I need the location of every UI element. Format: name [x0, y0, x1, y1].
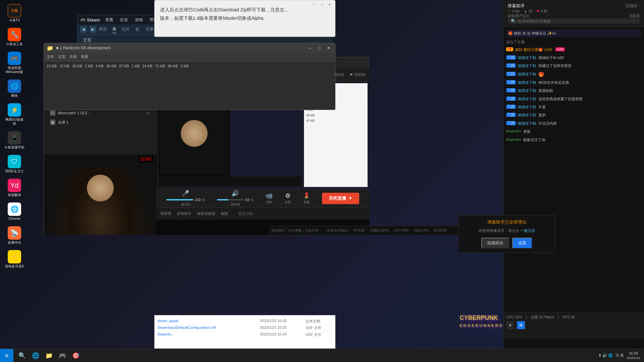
chat-msg-10: Angerten 来提	[506, 128, 641, 136]
chat-stats: ♡ 2.6w ▲ 10 ❤ 3.8k	[507, 9, 640, 13]
taskbar-target[interactable]: 🎯	[70, 350, 82, 362]
taskbar-chrome[interactable]: 🌐	[30, 350, 42, 362]
source-mc-icon: 🎮	[50, 110, 55, 116]
notification-controls: ─ □ ✕	[312, 2, 332, 8]
speaker-label: 扬声器	[231, 202, 240, 207]
chat-user-5: 狐狸送下粉	[518, 88, 536, 93]
chat-list-view-btn[interactable]: ≡	[506, 321, 514, 329]
func-screenshot[interactable]: 截图	[221, 211, 228, 216]
ctrl-settings[interactable]: ⚙ 设置	[285, 192, 291, 204]
icon-uu[interactable]: ⚡ 网易UU加速器	[3, 102, 26, 127]
notif-maximize[interactable]: □	[319, 2, 325, 8]
file-maximize[interactable]: □	[315, 45, 323, 51]
icon-ldplayer[interactable]: ⚡ 雷电多开器9	[3, 249, 26, 270]
steam-back[interactable]: ◀	[80, 26, 87, 33]
steam-tab-community[interactable]: 社区	[122, 26, 130, 33]
clock-date: 2023/1/23	[627, 356, 640, 360]
file-date-2: 2023/1/23 10:25	[260, 325, 300, 330]
steam-menu-games[interactable]: 游戏	[133, 16, 144, 23]
chat-badge-6: 7.25	[506, 97, 516, 101]
steam-tab-old[interactable]: 老·	[135, 26, 140, 33]
ctrl-record[interactable]: 📹 录制	[265, 192, 273, 204]
file-size-list: 13 KB 12 KB 18 KB 1 KB 4 KB 36 KB 47 KB …	[47, 64, 332, 68]
icon-wegame[interactable]: 🎮 英雄联盟WeGame版	[3, 50, 26, 75]
source-mc-edit-btn[interactable]: ⚙	[147, 111, 150, 115]
icon-network[interactable]: 🌐 网络	[3, 78, 26, 99]
taskbar-search[interactable]: 🔍	[16, 350, 28, 362]
webcam-preview: GTR/	[44, 155, 156, 235]
icon-youdao[interactable]: Yd 有道翻译	[3, 177, 26, 198]
chat-footer: CPU 30% | 流量:8179kb/s | FPS 60 ≡ ⊞	[503, 312, 644, 339]
ctrl-beauty[interactable]: 💄 美颜	[303, 192, 310, 204]
steam-menu-friends[interactable]: 好友	[119, 16, 129, 23]
chat-badge-9: 7.25	[506, 121, 516, 125]
chat-header: 弹幕助手 已缩出 ♡ 2.6w ▲ 10 ❤ 3.8k 在线用户(13)	[503, 0, 644, 27]
mic-volume-slider[interactable]	[166, 199, 193, 200]
chat-badge-emoji: 7.25	[506, 72, 516, 76]
chat-user-emoji: 狐狸送下粉	[518, 72, 536, 77]
steam-tab-library[interactable]: 库	[112, 26, 116, 33]
func-scene-switch[interactable]: 场景切换器	[197, 211, 215, 216]
chat-search-input[interactable]	[518, 19, 578, 23]
search-icon: 🔍	[511, 19, 516, 23]
chat-text-8: 是的	[538, 113, 546, 118]
beauty-icon: 💄	[303, 192, 310, 199]
popout-settings-btn[interactable]: 设置	[512, 238, 532, 249]
file-date-1: 2023/1/23 10:25	[260, 319, 300, 324]
file-menu-file[interactable]: 文件	[47, 54, 54, 59]
chat-badge-3: 7.25	[506, 63, 516, 68]
file-menu-view[interactable]: 查看	[81, 54, 88, 59]
icon-360[interactable]: 🛡 360安全卫士	[3, 154, 26, 175]
clock-time: 16:29	[627, 351, 640, 356]
steam-menu-view[interactable]: 查看	[104, 16, 115, 23]
footer-cpu: CPU 30%	[506, 315, 522, 319]
taskbar-game[interactable]: 🎮	[56, 350, 68, 362]
chat-text-2: 我倾向于th-100	[538, 55, 564, 60]
notif-minimize[interactable]: ─	[312, 2, 318, 8]
chat-grid-view-btn[interactable]: ⊞	[517, 321, 525, 329]
file-close[interactable]: ✕	[324, 45, 332, 51]
icon-douyu[interactable]: 斗鱼 斗鱼TV	[3, 3, 26, 24]
popout-hide-btn[interactable]: 隐藏模块	[481, 238, 509, 249]
desktop: 斗鱼 斗鱼TV 🔧 斗鱼动工具 🎮 英雄联盟WeGame版 🌐 网络 ⚡ 网易U…	[0, 0, 644, 362]
icon-chrome[interactable]: 🌐 Chrome	[3, 201, 26, 222]
cyberpunk-brand: CYBERPUNK EDGERUNNERS	[460, 314, 503, 328]
speaker-volume-slider[interactable]	[217, 199, 244, 200]
source-item-minecraft[interactable]: 🎮 Minecraft® 1.18.2... ⚙	[48, 109, 152, 117]
functions-row: 弹幕秀 房管助手 场景切换器 截图 … 更多功能	[156, 207, 369, 220]
speaker-icon: 🔊	[231, 190, 239, 197]
steam-logo: 🎮 Steam	[80, 17, 100, 22]
status-mem: 内存:17%	[414, 228, 429, 233]
icon-douyu-tool[interactable]: 🔧 斗鱼动工具	[3, 26, 26, 48]
start-button[interactable]: ⊞	[0, 349, 13, 362]
file-menu-share[interactable]: 共享	[69, 54, 77, 59]
chat-msg-11: Angerten 刷新关注了你	[506, 136, 641, 144]
dropdown-icon: ▼	[348, 196, 353, 201]
mic-volume-value: 100	[195, 198, 201, 202]
more-functions[interactable]: … 更多功能	[233, 211, 253, 216]
msg-streamer-1: 这位了主播	[506, 39, 641, 46]
file-row-3: SteamIn... 2023/1/23 10:34 VDF 文件	[157, 331, 332, 338]
file-minimize[interactable]: ─	[306, 45, 314, 51]
popout-link[interactable]: 一键欠回	[520, 229, 535, 233]
icon-mobile[interactable]: 📱 斗鱼直播手机	[3, 130, 26, 151]
steam-tab-store[interactable]: 商店	[99, 26, 107, 33]
chat-user-3: 狐狸送下粉	[518, 63, 536, 68]
icon-livecomp[interactable]: 📡 直播伴侣	[3, 225, 26, 246]
msg-gift-label: 赋软 翻回主播🎁 x100	[515, 47, 552, 52]
notif-close[interactable]: ✕	[326, 2, 332, 8]
chat-msg-7: 7.25 狐狸送下粉 不是	[506, 103, 641, 111]
func-danmu[interactable]: 弹幕秀	[160, 211, 171, 216]
file-name-1: steam_appid	[157, 319, 255, 324]
taskbar-files[interactable]: 📁	[43, 350, 55, 362]
source-item-fullscreen[interactable]: 🖥 全屏 1	[48, 118, 152, 126]
go-live-button[interactable]: 关闭直播 ▼	[322, 193, 359, 204]
chat-msg-3: 7.25 狐狸送下粉 我通过了也帮你受苦	[506, 62, 641, 70]
steam-forward[interactable]: ▶	[90, 26, 96, 33]
taskbar-apps: 🔍 🌐 📁 🎮 🎯	[13, 350, 594, 362]
stat-likes: ❤ 34184	[350, 72, 365, 77]
file-menu-home[interactable]: 主页	[58, 54, 65, 59]
webcam-label: GTR/	[139, 156, 154, 163]
func-manager[interactable]: 房管助手	[177, 211, 192, 216]
steam-tabs: 商店 库 社区 老· 百事▼	[99, 26, 158, 33]
